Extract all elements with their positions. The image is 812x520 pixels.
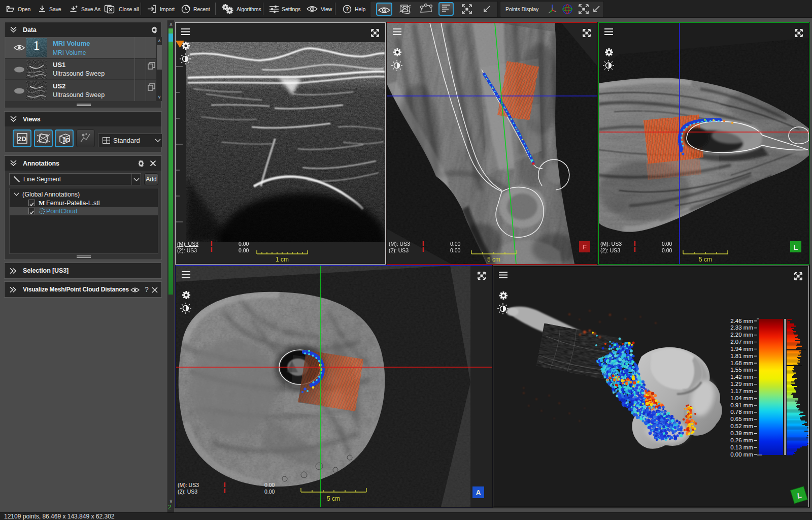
svg-text:(2): US3: (2): US3 [177,247,197,253]
svg-text:0.00: 0.00 [239,241,249,247]
svg-text:0.00: 0.00 [264,489,275,495]
svg-text:0.00: 0.00 [450,247,461,253]
svg-text:1.42 mm: 1.42 mm [730,374,753,380]
svg-text:L: L [794,243,798,251]
svg-text:1.94 mm: 1.94 mm [730,346,753,352]
svg-text:F: F [583,243,587,251]
svg-text:0.91 mm: 0.91 mm [730,402,753,408]
svg-text:2.46 mm: 2.46 mm [730,318,753,324]
svg-text:?: ? [346,6,349,12]
svg-text:1.81 mm: 1.81 mm [730,353,753,359]
svg-text:(M): US3: (M): US3 [178,482,199,488]
svg-text:0.13 mm: 0.13 mm [730,444,753,450]
svg-text:0.39 mm: 0.39 mm [730,430,753,436]
svg-text:5 cm: 5 cm [487,256,500,263]
svg-text:0.00: 0.00 [662,241,672,247]
svg-text:(M): US3: (M): US3 [389,241,410,247]
svg-text:5 cm: 5 cm [699,256,712,263]
svg-text:0.78 mm: 0.78 mm [730,409,753,415]
svg-text:0.00: 0.00 [239,247,249,253]
svg-text:2D: 2D [18,135,26,143]
svg-text:1.29 mm: 1.29 mm [730,381,753,387]
svg-text:0.00 mm: 0.00 mm [730,451,753,458]
svg-text:1.55 mm: 1.55 mm [730,367,753,373]
svg-text:1.17 mm: 1.17 mm [730,388,753,394]
svg-text:2.20 mm: 2.20 mm [730,332,753,338]
svg-text:0.26 mm: 0.26 mm [730,437,753,443]
svg-text:0.00: 0.00 [264,482,275,488]
svg-text:(2): US3: (2): US3 [178,489,197,495]
svg-text:0.00: 0.00 [662,247,672,253]
svg-text:A: A [476,489,481,497]
svg-text:1.04 mm: 1.04 mm [730,395,753,401]
svg-text:3D: 3D [63,137,70,143]
svg-text:2.07 mm: 2.07 mm [730,339,753,345]
svg-text:(M): US3: (M): US3 [600,241,622,247]
svg-text:(M): US3: (M): US3 [177,241,198,247]
svg-text:(2): US3: (2): US3 [600,247,620,253]
svg-text:1.68 mm: 1.68 mm [730,360,753,366]
svg-text:0.65 mm: 0.65 mm [730,416,753,422]
svg-text:2.33 mm: 2.33 mm [730,324,753,331]
svg-text:5 cm: 5 cm [327,495,340,502]
svg-text:0.00: 0.00 [450,241,461,247]
svg-text:1 cm: 1 cm [276,256,289,263]
svg-text:(2): US3: (2): US3 [389,247,409,253]
svg-text:0.52 mm: 0.52 mm [730,423,753,429]
